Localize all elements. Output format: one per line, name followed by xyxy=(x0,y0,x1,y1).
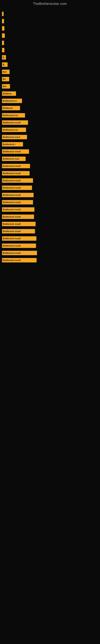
bar-label: Bottleneck result xyxy=(3,179,21,182)
bar: E xyxy=(2,55,6,60)
bar-row: Bottleneck re xyxy=(2,98,100,104)
bar: Bottleneck result xyxy=(2,149,29,154)
bar-label: Bottleneck result xyxy=(3,165,21,167)
bar: Bottleneck resul xyxy=(2,135,27,139)
bar-row: Bot xyxy=(2,69,100,75)
bar-row: Bottleneck result xyxy=(2,250,100,256)
bar-row xyxy=(2,25,100,32)
bar: Bottleneck result xyxy=(2,193,34,197)
bar-row: Bot xyxy=(2,83,100,90)
bar-label: Bottleneck result xyxy=(3,216,21,218)
bar-row: Bottleneck res xyxy=(2,126,100,133)
bar: Bottleneck result xyxy=(2,229,35,234)
bar-row xyxy=(2,32,100,39)
bar-label: Bottlene xyxy=(3,92,12,95)
bar-row: Bottleneck result xyxy=(2,242,100,249)
bar-label: Bottleneck res xyxy=(3,114,18,116)
bar-row: Bottleneck result xyxy=(2,119,100,126)
bar-label: Bottleneck result xyxy=(3,186,21,189)
bar: Bottleneck re xyxy=(2,98,22,103)
bar: Bottleneck result xyxy=(2,258,37,262)
bar xyxy=(2,12,3,16)
bar-row xyxy=(2,18,100,24)
bar-row: Bottleneck result xyxy=(2,235,100,242)
bar-row: Bottleneck resul xyxy=(2,134,100,140)
bar: Bottleneck r xyxy=(2,142,23,146)
bar-row: Bottleneck result xyxy=(2,163,100,169)
bar-row: Bottlene xyxy=(2,90,100,97)
bar-row: Bottleneck result xyxy=(2,177,100,184)
bar-row xyxy=(2,47,100,53)
bar-label: Bottleneck result xyxy=(3,208,21,211)
bar-label: B xyxy=(3,64,4,66)
bar-row: Bottleneck result xyxy=(2,184,100,191)
bar-row: Bottleneck result xyxy=(2,192,100,198)
bar-row: Bottleneck result xyxy=(2,170,100,176)
bar: Bottlene xyxy=(2,91,16,96)
bar: Bottlenec xyxy=(2,106,20,110)
bar: B xyxy=(2,62,8,67)
bar: Bo xyxy=(2,77,9,81)
bar xyxy=(2,48,4,52)
bar-label: Bottleneck result xyxy=(3,121,21,124)
bar-row: Bottleneck result xyxy=(2,228,100,234)
bar-label: Bottlenec xyxy=(3,107,13,109)
bar: Bottleneck result xyxy=(2,236,36,241)
bar: Bottleneck res xyxy=(2,128,26,132)
bar-row: Bottleneck result xyxy=(2,206,100,213)
bar-label: Bottleneck result xyxy=(3,172,21,174)
bar xyxy=(2,26,4,30)
bar-label: E xyxy=(3,56,4,58)
bar-label: Bottleneck result xyxy=(3,259,21,262)
site-title: TheBottlenecker.com xyxy=(0,0,100,7)
bar: Bottleneck result xyxy=(2,207,34,212)
bar-label: Bottleneck result xyxy=(3,252,21,254)
bar-label: Bottleneck res xyxy=(3,128,18,131)
bar: Bot xyxy=(2,84,10,88)
bar: Bottleneck result xyxy=(2,200,33,204)
bar-label: Bottleneck resu xyxy=(3,158,19,160)
bar-row: B xyxy=(2,62,100,68)
bar-row: Bo xyxy=(2,76,100,82)
bar-label: Bottleneck result xyxy=(3,237,21,240)
bar-row: Bottleneck result xyxy=(2,148,100,155)
bar-label: Bottleneck result xyxy=(3,150,21,153)
bar: Bottleneck result xyxy=(2,214,34,219)
bar-label: Bo xyxy=(3,78,6,80)
bar-label: Bot xyxy=(3,85,6,88)
bar xyxy=(2,19,4,23)
bar: Bottleneck result xyxy=(2,251,37,255)
bar-label: Bottleneck result xyxy=(3,230,21,232)
bar-label: Bottleneck result xyxy=(3,223,21,225)
bar: Bottleneck result xyxy=(2,186,32,190)
bar-label: Bottleneck r xyxy=(3,143,16,146)
bars-container: EBBotBoBotBottleneBottleneck reBottlenec… xyxy=(0,7,100,266)
bar-label: Bottleneck result xyxy=(3,244,21,247)
bar: Bottleneck result xyxy=(2,120,28,125)
bar: Bottleneck result xyxy=(2,171,30,176)
bar-row xyxy=(2,11,100,17)
bar-row: Bottlenec xyxy=(2,105,100,111)
bar-row: Bottleneck r xyxy=(2,141,100,148)
bar-row: E xyxy=(2,54,100,60)
bar: Bot xyxy=(2,70,10,74)
bar-row: Bottleneck res xyxy=(2,112,100,118)
bar-label: Bottleneck resul xyxy=(3,136,20,138)
bar-row: Bottleneck result xyxy=(2,221,100,227)
bar: Bottleneck res xyxy=(2,113,25,118)
bar-label: Bot xyxy=(3,71,6,73)
bar-label: Bottleneck re xyxy=(3,100,17,102)
bar-label: Bottleneck result xyxy=(3,194,21,196)
bar-label: Bottleneck result xyxy=(3,201,21,204)
bar: Bottleneck result xyxy=(2,178,33,183)
bar-row xyxy=(2,40,100,46)
bar xyxy=(2,41,4,45)
bar-row: Bottleneck result xyxy=(2,214,100,220)
bar: Bottleneck result xyxy=(2,164,30,168)
bar: Bottleneck resu xyxy=(2,156,26,161)
bar: Bottleneck result xyxy=(2,222,36,226)
bar-row: Bottleneck result xyxy=(2,199,100,206)
bar: Bottleneck result xyxy=(2,244,36,248)
bar-row: Bottleneck result xyxy=(2,257,100,264)
bar-row: Bottleneck resu xyxy=(2,156,100,162)
